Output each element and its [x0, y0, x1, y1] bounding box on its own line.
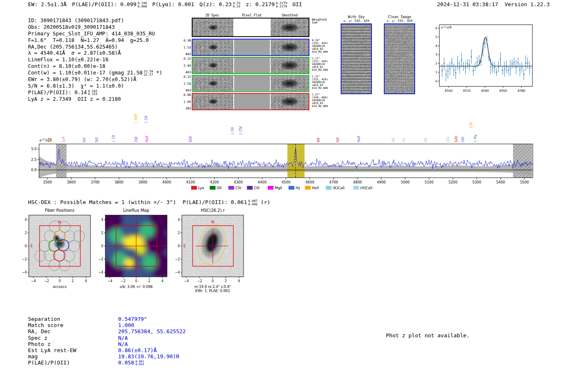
lower-value: 0.068	[137, 5, 147, 8]
spec2d-stat-value: 403	[183, 88, 191, 92]
match-label: Photo z	[28, 341, 118, 347]
match-label: RA, Dec	[28, 328, 118, 334]
text-run: Q(z): 0.230.230.23	[200, 1, 240, 7]
match-label: Spec z	[28, 335, 118, 341]
legend-swatch	[288, 186, 294, 190]
data-point	[496, 72, 497, 73]
data-point	[523, 74, 525, 75]
y-tick-label: 0	[101, 244, 103, 248]
x-tick-label: 4580	[518, 89, 525, 93]
spec2d-row	[192, 39, 309, 56]
x-tick-label: 0	[211, 279, 214, 283]
data-point	[451, 62, 453, 63]
text-run: S/N = 6.8(±1.3) χ² = 1.1(±0.0)	[28, 83, 124, 89]
data-point	[469, 65, 470, 66]
x-tick-label: 5200	[448, 180, 458, 184]
text-main: HSC-DEX : Possible Matches = 1 (within +…	[28, 199, 247, 205]
data-point	[490, 66, 491, 67]
match-value: 19.83(19.76,19.90)R	[118, 353, 179, 360]
match-value: 1.000	[118, 322, 134, 328]
annotation-line: 414_RU_066	[312, 105, 332, 108]
data-point	[483, 49, 484, 50]
x-tick-label: 4500	[281, 180, 290, 184]
legend-label: Lyα	[198, 186, 204, 190]
emission-blob	[207, 24, 219, 31]
spec2d-cell-smooth	[271, 76, 309, 91]
x-tick-label: 2	[225, 279, 227, 283]
data-point	[511, 63, 513, 65]
data-point	[516, 67, 517, 68]
spec2d-col-header: Smoothed	[271, 14, 308, 17]
spec2d-stat-value: 0.08	[183, 93, 191, 97]
lower-value: 0.123	[88, 93, 98, 96]
legend-swatch	[268, 186, 274, 190]
text-main: S/N = 6.8(±1.3) χ² = 1.1(±0.0)	[28, 83, 124, 89]
text-run: HSC-DEX : Possible Matches = 1 (within +…	[28, 199, 270, 205]
info-line: Cont(w) = 1.10(±0.01)e-17 (gmag 21.5821.…	[28, 70, 168, 76]
y-tick-label: 2	[25, 231, 27, 235]
spec2d-stat-value: 1.53	[183, 46, 191, 49]
x-tick-label: −4	[107, 279, 112, 283]
text-run: EW: 2.5±1.3Å	[28, 1, 67, 7]
gaussian-fit-curve	[439, 37, 532, 66]
data-point	[471, 56, 472, 57]
stamp-subtitle: x, y: 532, 429	[341, 19, 372, 23]
match-value-text: 0.86(±0.17)Å	[118, 347, 157, 353]
text-main: z: 0.2179	[246, 1, 274, 7]
legend-swatch	[228, 186, 234, 190]
spectral-line-label: NV	[317, 137, 321, 142]
match-value: 205.756384, 55.625522	[118, 328, 186, 334]
error-band	[39, 156, 532, 178]
match-value: N/A	[118, 335, 128, 341]
y-tick-label: −4	[98, 271, 103, 274]
match-value-text: 0.547979"	[118, 316, 147, 322]
text-run: P(LAE)/P(OII): 0.140.1650.123	[28, 89, 98, 95]
text-main: Primary Spec_Slot_IFU_AMP: 414_038_035_R…	[28, 30, 155, 37]
match-value-text: 205.756384, 55.625522	[118, 328, 186, 334]
spec2d-cutouts-panel: 2D SpecPixel FlatSmoothedWeightedSum0.38…	[183, 12, 348, 113]
data-point	[518, 62, 519, 63]
annotation-line: 414_RU_046	[312, 69, 332, 72]
spectral-line-label: NV	[83, 137, 86, 142]
y-tick-label: 5	[435, 35, 437, 39]
spec2d-cell-smooth	[271, 58, 309, 73]
spec2d-cell-blank	[234, 19, 270, 36]
text-main: P(LAE)/P(OII): 0.14	[28, 89, 87, 95]
data-point	[447, 70, 448, 72]
y-tick-label: −4	[22, 271, 27, 274]
text-run: EWr = 3.80(±0.79) (w: 2.70(±0.52))Å	[28, 76, 136, 82]
text-main: λ = 4540.41Å σ = 2.87(±0.58)Å	[28, 50, 121, 56]
spec2d-stat-value: 2.44	[183, 64, 191, 67]
spec2d-cell-spec	[193, 58, 233, 73]
lower-value: 0.23	[233, 5, 240, 8]
spectral-line-label: HeII	[357, 136, 361, 142]
compass-east: E	[30, 244, 33, 248]
annotation-line: 414_RU_046	[312, 87, 332, 90]
spectral-line-label: } SiIV	[134, 114, 138, 123]
text-main: Cont(w) = 1.10(±0.01)e-17 (gmag 21.58	[28, 70, 142, 76]
x-tick-label: −2	[44, 279, 49, 283]
spec2d-row-annotation: WeightedSum	[312, 18, 332, 24]
y-tick-label: 2.5	[31, 158, 37, 162]
data-point	[529, 67, 530, 69]
y-tick-label: 2	[178, 231, 180, 235]
match-row: Match score1.000	[28, 322, 186, 328]
data-point	[463, 66, 464, 67]
text-main: P(Lyα): 0.001	[152, 1, 194, 7]
report-version: Version 1.22.3	[504, 1, 550, 7]
spec2d-cell-spec	[193, 19, 233, 36]
legend-label: OII	[217, 186, 222, 190]
x-tick-label: 4900	[377, 180, 386, 184]
spec2d-cell-spec	[193, 39, 233, 55]
panel-caption: EWr: 1. PLAE: 0.061	[195, 289, 230, 293]
spec2d-stat-value: 0.38	[183, 39, 191, 42]
info-line: S/N = 6.8(±1.3) χ² = 1.1(±0.0)	[28, 83, 168, 89]
x-tick-label: 5000	[401, 180, 410, 184]
legend-label: CIV	[235, 186, 241, 190]
spectrum-section: 3500360037003800390040004100420043004400…	[23, 108, 553, 195]
data-point	[527, 63, 528, 64]
match-label: mag	[28, 353, 118, 360]
text-post: *)	[153, 70, 163, 76]
text-run: λ = 4540.41Å σ = 2.87(±0.58)Å	[28, 50, 121, 56]
annotation-line: Sum	[312, 21, 332, 24]
